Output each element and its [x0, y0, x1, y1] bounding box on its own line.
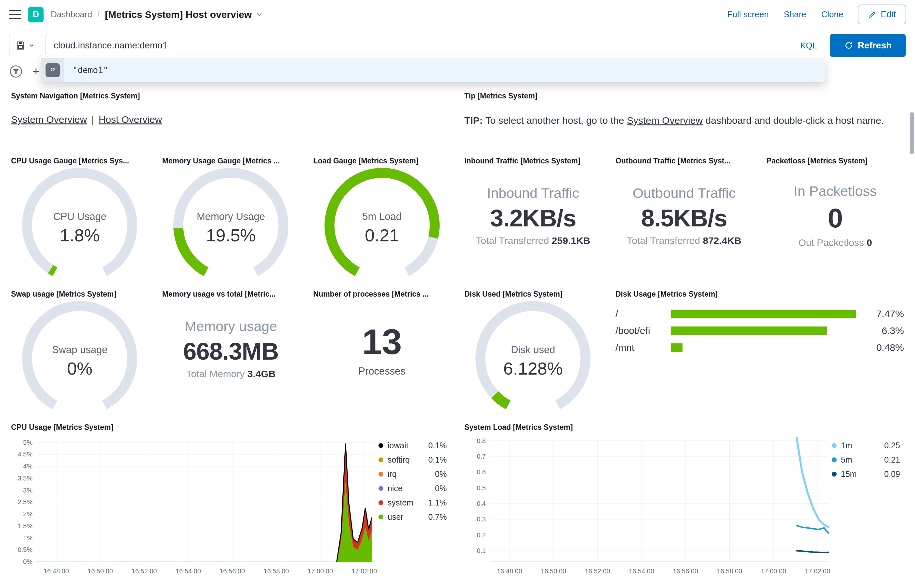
filter-icon[interactable]: [9, 65, 23, 78]
legend-value: 0.1%: [428, 441, 447, 450]
panel-title[interactable]: System Navigation [Metrics System]: [11, 92, 451, 100]
gauge-value: 1.8%: [60, 225, 100, 245]
legend-item-iowait[interactable]: iowait0.1%: [379, 441, 447, 450]
legend-item-15m[interactable]: 15m0.09: [832, 469, 900, 479]
legend-value: 0.09: [884, 469, 900, 479]
system-overview-link[interactable]: System Overview: [11, 114, 87, 125]
svg-text:0.5: 0.5: [477, 485, 486, 491]
refresh-button[interactable]: Refresh: [830, 34, 906, 57]
disk-usage-row: /boot/efi 6.3%: [615, 325, 904, 336]
edit-button-label: Edit: [881, 10, 896, 19]
panel-title[interactable]: Memory Usage Gauge [Metrics ...: [162, 157, 300, 165]
panel-title[interactable]: CPU Usage [Metrics System]: [11, 423, 451, 432]
panel-title[interactable]: CPU Usage Gauge [Metrics Sys...: [11, 157, 149, 165]
panel-memory-usage-gauge: Memory Usage Gauge [Metrics ... Memory U…: [157, 153, 305, 283]
svg-text:16:52:00: 16:52:00: [132, 567, 157, 575]
svg-text:1%: 1%: [23, 535, 32, 541]
edit-button[interactable]: Edit: [858, 5, 906, 24]
legend-item-system[interactable]: system1.1%: [379, 498, 447, 507]
svg-text:17:00:00: 17:00:00: [761, 567, 786, 575]
breadcrumb: Dashboard / [Metrics System] Host overvi…: [51, 9, 263, 20]
svg-text:0.1: 0.1: [477, 547, 486, 554]
metric-value: 0: [828, 202, 843, 234]
svg-text:16:48:00: 16:48:00: [497, 567, 522, 575]
panel-title[interactable]: Outbound Traffic [Metrics Syst...: [615, 157, 753, 165]
gauge-value: 6.128%: [504, 358, 563, 378]
full-screen-link[interactable]: Full screen: [727, 10, 769, 19]
panel-title[interactable]: Inbound Traffic [Metrics System]: [464, 157, 602, 165]
legend-dot: [832, 472, 837, 477]
query-suggestion-item[interactable]: ” "demo1": [41, 58, 825, 82]
legend-item-5m[interactable]: 5m0.21: [832, 455, 900, 465]
svg-text:16:48:00: 16:48:00: [44, 567, 69, 575]
menu-icon[interactable]: [9, 10, 21, 19]
kql-language-button[interactable]: KQL: [793, 40, 817, 51]
share-link[interactable]: Share: [784, 10, 806, 19]
cpu-usage-chart[interactable]: 0%0.5%1%1.5%2%2.5%3%3.5%4%4.5%5%16:48:00…: [11, 435, 379, 577]
breadcrumb-dashboard[interactable]: Dashboard: [51, 10, 92, 19]
svg-text:16:52:00: 16:52:00: [585, 567, 611, 575]
saved-query-menu-button[interactable]: [9, 34, 41, 57]
legend-item-nice[interactable]: nice0%: [379, 484, 447, 493]
svg-text:16:56:00: 16:56:00: [219, 567, 245, 575]
host-overview-link[interactable]: Host Overview: [99, 114, 162, 125]
svg-text:0.7: 0.7: [477, 453, 486, 460]
gauge-label: 5m Load: [362, 211, 402, 223]
tip-system-overview-link[interactable]: System Overview: [627, 115, 703, 126]
legend-item-softirq[interactable]: softirq0.1%: [379, 455, 447, 465]
clone-link[interactable]: Clone: [821, 10, 844, 19]
legend-item-irq[interactable]: irq0%: [379, 469, 447, 479]
vertical-scrollbar[interactable]: [910, 112, 914, 154]
svg-text:16:50:00: 16:50:00: [87, 567, 113, 575]
legend-name: softirq: [388, 455, 424, 465]
breadcrumb-separator: /: [97, 10, 99, 19]
svg-text:2.5%: 2.5%: [18, 498, 32, 506]
disk-path: /mnt: [615, 342, 671, 353]
svg-text:0.2: 0.2: [477, 531, 486, 539]
legend-value: 1.1%: [428, 498, 447, 507]
metric-value: 668.3MB: [183, 338, 279, 365]
svg-text:0.6: 0.6: [477, 468, 486, 476]
panel-title[interactable]: System Load [Metrics System]: [464, 423, 904, 432]
panel-title[interactable]: Swap usage [Metrics System]: [11, 290, 149, 299]
panel-title[interactable]: Disk Used [Metrics System]: [464, 290, 602, 299]
gauge-value: 19.5%: [206, 225, 256, 245]
svg-text:0.5%: 0.5%: [18, 546, 32, 553]
panel-title[interactable]: Memory usage vs total [Metric...: [162, 290, 300, 299]
metric-value: 13: [362, 321, 402, 362]
dashboard-title-selector[interactable]: [Metrics System] Host overview: [105, 9, 263, 20]
legend-item-1m[interactable]: 1m0.25: [832, 441, 900, 450]
search-input[interactable]: [53, 40, 793, 51]
page-title: [Metrics System] Host overview: [105, 9, 252, 20]
metric-secondary: Total Transferred 259.1KB: [476, 235, 590, 246]
disk-usage-row: / 7.47%: [615, 308, 904, 319]
metric-label: Inbound Traffic: [487, 185, 579, 201]
add-filter-button[interactable]: +: [32, 66, 39, 77]
panel-title[interactable]: Number of processes [Metrics ...: [313, 290, 451, 299]
space-badge[interactable]: D: [28, 7, 44, 23]
panel-cpu-usage-chart: CPU Usage [Metrics System] 0%0.5%1%1.5%2…: [6, 420, 456, 582]
panel-number-of-processes: Number of processes [Metrics ... 13 Proc…: [308, 286, 456, 417]
legend-dot: [379, 457, 383, 462]
panel-title[interactable]: Packetloss [Metrics System]: [766, 157, 904, 165]
svg-text:1.5%: 1.5%: [18, 522, 32, 530]
panel-title[interactable]: Load Gauge [Metrics System]: [313, 157, 451, 165]
gauge-label: Memory Usage: [197, 211, 265, 223]
legend-dot: [379, 486, 383, 491]
legend-dot: [832, 457, 837, 462]
panel-cpu-usage-gauge: CPU Usage Gauge [Metrics Sys... CPU Usag…: [6, 153, 154, 283]
legend-item-user[interactable]: user0.7%: [379, 512, 447, 522]
disk-usage-bar: [671, 343, 683, 352]
panel-title[interactable]: Disk Usage [Metrics System]: [615, 290, 904, 299]
panel-title[interactable]: Tip [Metrics System]: [464, 92, 904, 100]
refresh-button-label: Refresh: [858, 40, 892, 51]
svg-text:17:00:00: 17:00:00: [308, 567, 333, 575]
svg-text:4%: 4%: [23, 463, 32, 470]
legend-dot: [379, 472, 383, 477]
system-load-chart[interactable]: 0.10.20.30.40.50.60.70.816:48:0016:50:00…: [464, 435, 832, 577]
svg-text:16:54:00: 16:54:00: [176, 567, 201, 575]
svg-text:0.8: 0.8: [477, 437, 486, 444]
metric-secondary: Total Transferred 872.4KB: [627, 235, 742, 246]
svg-text:0.4: 0.4: [477, 500, 486, 507]
legend-value: 0.7%: [428, 512, 447, 522]
